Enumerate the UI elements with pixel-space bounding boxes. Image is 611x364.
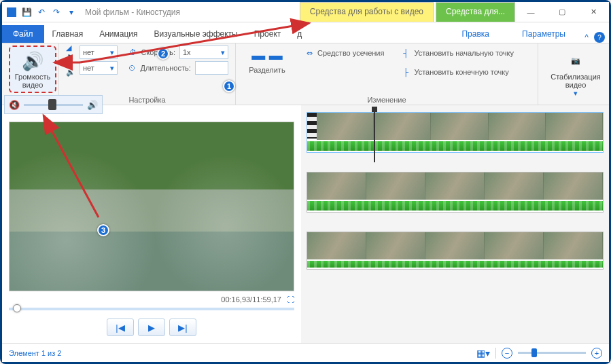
audio-waveform — [307, 141, 603, 151]
speed-select[interactable]: 1x▾ — [179, 46, 228, 59]
next-frame-button[interactable]: ▶| — [169, 318, 196, 336]
start-point-icon: ┤ — [400, 48, 411, 58]
tab-d[interactable]: д — [289, 25, 310, 43]
zoom-slider-thumb[interactable] — [531, 348, 537, 357]
window-buttons: — ▢ ✕ — [515, 2, 609, 22]
minimize-button[interactable]: — — [515, 2, 546, 22]
fade-out-icon: ◢🔈 — [66, 62, 75, 73]
preview-pane: 3 00:16,93/11:59,17 ⛶ |◀ ▶ ▶| — [2, 105, 301, 343]
playhead[interactable] — [374, 110, 375, 162]
split-button[interactable]: ▬ ▬ Разделить — [243, 46, 292, 76]
maximize-button[interactable]: ▢ — [546, 2, 578, 22]
split-icon: ▬ ▬ — [251, 48, 283, 63]
set-start-point-button[interactable]: ┤ Установить начальную точку — [396, 46, 518, 60]
undo-icon[interactable]: ↶ — [36, 7, 47, 18]
context-tab-video[interactable]: Средства для работы с видео — [300, 2, 434, 22]
play-button[interactable]: ▶ — [138, 318, 165, 336]
tab-animation[interactable]: Анимация — [91, 25, 145, 43]
qat-dropdown-icon[interactable]: ▾ — [66, 7, 77, 18]
speaker-icon: 🔊 — [21, 50, 44, 73]
volume-slider-popup: 🔇 🔊 — [4, 95, 103, 114]
timeline-track[interactable] — [307, 232, 604, 270]
annotation-3: 3 — [97, 224, 109, 236]
app-icon — [6, 7, 17, 18]
duration-label: Длительность: — [140, 64, 190, 72]
preview-time: 00:16,93/11:59,17 ⛶ — [9, 295, 294, 304]
status-bar: Элемент 1 из 2 ▦▾ − + — [2, 343, 609, 362]
film-sprocket-icon — [307, 113, 317, 139]
trim-icon: ⇔ — [304, 48, 315, 58]
help-icon[interactable]: ? — [594, 32, 605, 43]
timeline-track[interactable] — [307, 172, 604, 213]
collapse-ribbon-icon[interactable]: ^ — [584, 33, 589, 42]
duration-icon: ⏲ — [128, 62, 136, 73]
status-text: Элемент 1 из 2 — [9, 349, 61, 357]
loud-icon[interactable]: 🔊 — [87, 100, 98, 110]
camera-icon: 📷 — [563, 48, 588, 73]
close-button[interactable]: ✕ — [578, 2, 609, 22]
save-icon[interactable]: 💾 — [21, 7, 32, 18]
duration-input[interactable] — [195, 61, 228, 75]
tab-project[interactable]: Проект — [246, 25, 290, 43]
tab-visual-effects[interactable]: Визуальные эффекты — [146, 25, 246, 43]
video-volume-label: Громкость видео — [15, 73, 50, 89]
timeline-pane — [301, 105, 609, 343]
subtab-edit[interactable]: Правка — [445, 25, 506, 43]
annotation-2: 2 — [157, 48, 169, 60]
subtab-params[interactable]: Параметры — [506, 25, 582, 43]
prev-frame-button[interactable]: |◀ — [107, 318, 134, 336]
audio-waveform — [307, 201, 603, 211]
volume-slider-thumb[interactable] — [48, 99, 56, 110]
audio-waveform — [307, 261, 603, 268]
menu-bar: Файл Главная Анимация Визуальные эффекты… — [2, 22, 609, 43]
zoom-out-button[interactable]: − — [502, 348, 512, 359]
fullscreen-icon[interactable]: ⛶ — [287, 295, 294, 304]
seek-thumb[interactable] — [13, 304, 21, 312]
set-end-point-button[interactable]: ├ Установить конечную точку — [396, 65, 518, 79]
tab-home[interactable]: Главная — [44, 25, 92, 43]
video-volume-button[interactable]: 🔊 Громкость видео — [9, 46, 56, 93]
fade-out-select[interactable]: нет▾ — [80, 61, 118, 75]
timeline-track[interactable] — [307, 112, 604, 153]
mute-icon[interactable]: 🔇 — [9, 100, 20, 110]
svg-rect-0 — [7, 7, 16, 17]
zoom-slider[interactable] — [518, 352, 586, 354]
fade-in-select[interactable]: нет▾ — [80, 46, 118, 59]
trim-tool-button[interactable]: ⇔ Средство усечения — [300, 46, 388, 60]
redo-icon[interactable]: ↷ — [51, 7, 62, 18]
thumbnail-view-icon[interactable]: ▦▾ — [476, 348, 490, 359]
speed-icon: ⏱ — [129, 47, 137, 58]
zoom-in-button[interactable]: + — [591, 348, 602, 359]
volume-slider[interactable] — [24, 104, 83, 106]
context-tab-more[interactable]: Средства для... — [436, 2, 515, 22]
title-bar: 💾 ↶ ↷ ▾ Мой фильм - Киностудия Средства … — [2, 2, 609, 22]
preview-seek-slider[interactable] — [9, 308, 294, 310]
stabilize-video-button[interactable]: 📷 Стабилизация видео ▾ — [545, 46, 606, 101]
fade-in-icon: ◢🔈 — [66, 47, 75, 58]
window-title: Мой фильм - Киностудия — [81, 7, 300, 17]
ribbon-group-edit-label: Изменение — [243, 94, 531, 104]
context-tabs: Средства для работы с видео Средства для… — [300, 2, 515, 22]
tab-file[interactable]: Файл — [2, 25, 44, 43]
quick-access-toolbar: 💾 ↶ ↷ ▾ — [2, 7, 81, 18]
preview-video[interactable] — [9, 122, 294, 291]
annotation-1: 1 — [223, 80, 235, 92]
end-point-icon: ├ — [400, 67, 411, 77]
